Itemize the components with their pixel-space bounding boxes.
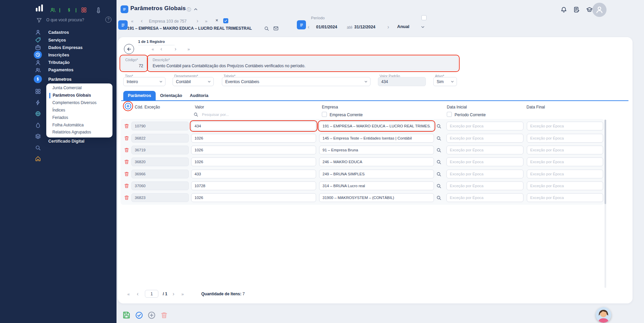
add-record-button[interactable] (148, 311, 156, 319)
data-inicial-input[interactable] (446, 146, 523, 154)
data-inicial-input[interactable] (446, 134, 523, 143)
data-final-input[interactable] (527, 181, 603, 190)
dollar-circle-icon[interactable] (34, 75, 42, 83)
empresa-search-icon[interactable] (436, 195, 441, 200)
table-scrollbar-thumb[interactable] (604, 120, 606, 204)
empresa-input[interactable] (319, 146, 434, 154)
delete-record-button[interactable] (160, 312, 168, 319)
layers-icon[interactable] (35, 133, 41, 139)
confirm-button[interactable] (135, 311, 143, 319)
data-final-input[interactable] (527, 170, 603, 178)
graduation-cap-icon[interactable] (586, 6, 593, 13)
codigo-field[interactable]: Código* 72 (121, 56, 147, 71)
valor-input[interactable] (191, 146, 316, 154)
empresa-input[interactable] (319, 134, 434, 143)
tag-icon[interactable] (35, 37, 41, 43)
submenu-folha-automatica[interactable]: Folha Automática (52, 123, 84, 128)
tab-parametros[interactable]: Parâmetros (123, 91, 156, 100)
company-filter-checkbox[interactable] (223, 18, 228, 23)
record-next-icon[interactable]: › (175, 46, 176, 52)
finance-quick-icon[interactable] (66, 7, 72, 13)
help-button[interactable]: ? (105, 17, 111, 23)
data-final-input[interactable] (527, 157, 603, 166)
thermometer-icon[interactable] (95, 7, 101, 13)
pager-next-icon[interactable]: › (173, 291, 174, 297)
submenu-complementos-diversos[interactable]: Complementos Diversos (52, 100, 97, 106)
valor-input[interactable] (191, 134, 316, 143)
sidebar-item-pagamentos[interactable]: Pagamentos (48, 68, 73, 72)
empresa-input[interactable] (319, 193, 434, 202)
tabela-select[interactable]: Eventos Contábeis (222, 77, 370, 86)
cod-excecao-input[interactable] (131, 122, 189, 130)
period-mode-chevron-down-icon[interactable] (421, 25, 425, 29)
app-logo[interactable] (36, 4, 43, 11)
valor-input[interactable] (191, 193, 316, 202)
sidebar-item-dados-empresas[interactable]: Dados Empresas (48, 45, 82, 50)
delete-row-icon[interactable] (124, 195, 129, 200)
edit-document-icon[interactable] (573, 6, 580, 13)
sidebar-item-cadastros[interactable]: Cadastros (48, 30, 69, 35)
valor-input[interactable] (191, 170, 316, 178)
company-prev-icon[interactable]: ‹ (141, 18, 143, 24)
pager-last-icon[interactable]: » (181, 292, 184, 296)
tab-auditoria[interactable]: Auditoria (190, 93, 208, 98)
pager-prev-icon[interactable]: ‹ (137, 291, 138, 297)
empresa-input[interactable] (319, 170, 434, 178)
submenu-relatorios-agrupados[interactable]: Relatórios Agrupados (52, 130, 91, 135)
cod-excecao-input[interactable] (131, 181, 189, 190)
page-number-input[interactable] (145, 290, 158, 298)
company-search-icon[interactable] (264, 26, 269, 31)
assistant-avatar[interactable] (596, 307, 611, 323)
company-last-icon[interactable]: » (205, 19, 207, 23)
grid-icon[interactable] (35, 89, 41, 94)
empresa-input[interactable] (319, 157, 434, 166)
empresa-corrente-checkbox[interactable] (322, 112, 327, 117)
period-prev-icon[interactable]: ‹ (308, 24, 309, 30)
valor-padrao-field[interactable]: 434 (378, 77, 426, 86)
sidebar-item-tributacao[interactable]: Tributação (48, 60, 70, 65)
period-start-date[interactable]: 01/01/2024 (316, 25, 337, 29)
data-inicial-input[interactable] (446, 157, 523, 166)
sidebar-search-input[interactable]: O que você procura? (46, 18, 84, 22)
departamento-select[interactable]: Contábil (173, 77, 214, 86)
empresa-input[interactable] (319, 181, 434, 190)
delete-row-icon[interactable] (124, 159, 129, 165)
data-final-input[interactable] (527, 193, 603, 202)
delete-row-icon[interactable] (124, 147, 129, 153)
period-end-date[interactable]: 31/12/2024 (354, 25, 376, 29)
info-icon[interactable]: ⓘ (187, 7, 191, 13)
descricao-field[interactable]: Descrição* Evento Contábil para Contabil… (148, 56, 458, 71)
payments-icon[interactable] (35, 67, 41, 73)
modules-grid-icon[interactable] (81, 7, 87, 13)
pager-first-icon[interactable]: « (127, 292, 130, 296)
delete-row-icon[interactable] (124, 171, 129, 177)
delete-row-icon[interactable] (124, 123, 129, 129)
valor-input[interactable] (191, 157, 316, 166)
company-clear-icon[interactable]: × (215, 18, 218, 23)
delete-row-icon[interactable] (124, 183, 129, 189)
droplet-icon[interactable] (35, 122, 41, 128)
sidebar-item-parametros[interactable]: Parâmetros (48, 77, 72, 82)
submenu-parametros-globais[interactable]: Parâmetros Globais (49, 93, 91, 98)
record-prev-icon[interactable]: ‹ (160, 46, 162, 52)
empresa-search-icon[interactable] (436, 148, 441, 153)
users-icon[interactable] (35, 60, 41, 66)
sidebar-item-inscricoes[interactable]: Inscrições (48, 53, 69, 57)
back-button[interactable] (124, 44, 134, 54)
valor-input[interactable] (191, 181, 316, 190)
empresa-search-icon[interactable] (436, 172, 441, 177)
sidebar-item-certificado-digital[interactable]: Certificado Digital (48, 139, 84, 144)
bolt-icon[interactable] (35, 100, 41, 105)
data-inicial-input[interactable] (446, 181, 523, 190)
company-first-icon[interactable]: « (131, 19, 133, 23)
data-inicial-input[interactable] (446, 193, 523, 202)
data-final-input[interactable] (527, 134, 603, 143)
cod-excecao-input[interactable] (131, 170, 189, 178)
cod-excecao-input[interactable] (131, 134, 189, 143)
delete-row-icon[interactable] (124, 135, 129, 141)
globe-icon[interactable] (35, 111, 41, 117)
empresa-search-icon[interactable] (436, 183, 441, 189)
valor-input[interactable] (191, 122, 316, 130)
submenu-indices[interactable]: Índices (52, 108, 65, 113)
period-mode-select[interactable]: Anual (397, 24, 409, 29)
